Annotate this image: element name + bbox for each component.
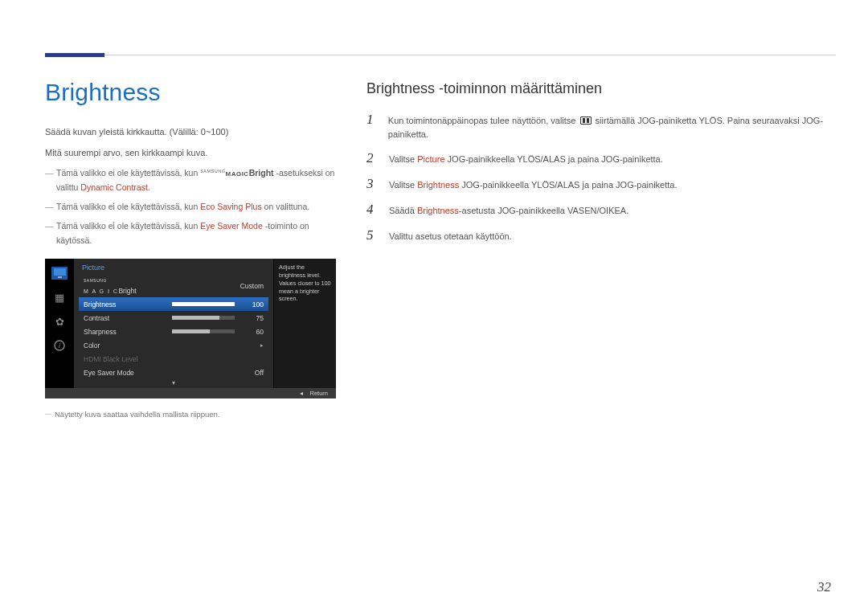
settings-icon: ✿ [51,315,68,328]
osd-panel-title: Picture [74,259,273,275]
osd-row-magicbright: SAMSUNGM A G I CBright Custom [79,275,268,297]
note-eco-saving: Tämä valikko ei ole käytettävissä, kun E… [45,200,342,215]
monitor-icon [51,267,68,280]
osd-screenshot: ▦ ✿ i Picture SAMSUNGM A G I CBright Cus… [45,259,336,398]
info-icon: i [51,339,68,352]
return-label: Return [309,390,328,397]
osd-row-contrast: Contrast 75 [79,311,268,325]
osd-row-sharpness: Sharpness 60 [79,325,268,338]
osd-row-brightness: Brightness 100 [79,297,268,311]
picture-icon: ▦ [51,291,68,304]
step-1: 1 Kun toimintonäppäinopas tulee näyttöön… [366,112,825,141]
scroll-down-icon: ▾ [74,379,273,388]
osd-footer: ◂ Return [45,388,336,398]
step-number: 5 [366,227,378,243]
page-number: 32 [817,579,831,595]
osd-help-text: Adjust the brightness level. Values clos… [273,259,336,388]
svg-rect-1 [58,276,62,278]
step-number: 2 [366,150,378,166]
osd-sidebar: ▦ ✿ i [45,259,74,388]
osd-row-eye-saver: Eye Saver Mode Off [79,366,268,379]
steps-heading: Brightness -toiminnon määrittäminen [366,80,825,97]
svg-rect-0 [54,268,66,276]
step-2: 2 Valitse Picture JOG-painikkeella YLÖS/… [366,150,825,166]
note-eye-saver: Tämä valikko ei ole käytettävissä, kun E… [45,219,342,248]
osd-row-color: Color ▸ [79,338,268,352]
brightness-description-2: Mitä suurempi arvo, sen kirkkaampi kuva. [45,146,342,161]
step-number: 1 [366,112,377,128]
step-4: 4 Säädä Brightness-asetusta JOG-painikke… [366,202,825,218]
jog-menu-icon [580,116,592,125]
osd-row-hdmi-black: HDMI Black Level [79,352,268,366]
step-5: 5 Valittu asetus otetaan käyttöön. [366,227,825,243]
nav-left-icon: ◂ [300,390,303,397]
step-number: 3 [366,176,378,192]
page-divider [45,55,836,55]
step-3: 3 Valitse Brightness JOG-painikkeella YL… [366,176,825,192]
svg-text:i: i [59,341,61,349]
step-number: 4 [366,202,378,218]
note-dynamic-contrast: Tämä valikko ei ole käytettävissä, kun S… [45,166,342,195]
section-heading-brightness: Brightness [45,79,342,106]
brightness-description-1: Säädä kuvan yleistä kirkkautta. (Välillä… [45,125,342,140]
image-disclaimer-footnote: Näytetty kuva saattaa vaihdella mallista… [45,410,342,419]
page-divider-accent [45,53,104,57]
